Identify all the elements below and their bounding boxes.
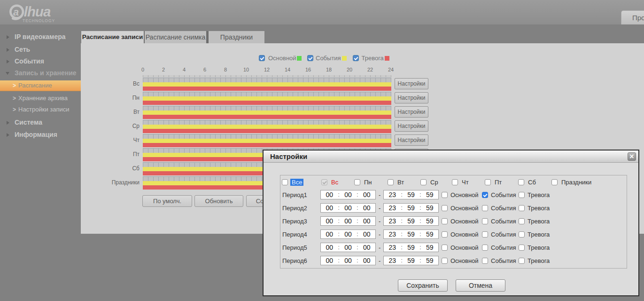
time-segment: 00 — [321, 257, 338, 264]
dialog-close-button[interactable]: × — [628, 152, 636, 161]
legend-checkbox-2[interactable] — [353, 55, 359, 61]
period-2-events-checkbox[interactable] — [482, 218, 488, 224]
time-segment: 59 — [421, 244, 438, 251]
sidebar-item-label: Сеть — [15, 44, 30, 55]
schedule-events-band — [143, 96, 391, 101]
period-1-start-time[interactable]: 00:00:00 — [320, 203, 376, 213]
schedule-alarm-band — [143, 87, 391, 91]
tab-1[interactable]: Расписание снимка — [145, 31, 206, 43]
refresh-button[interactable]: Обновить — [194, 195, 243, 207]
sidebar-item-label: Запись и хранение — [15, 68, 77, 78]
sidebar-subitem-0[interactable]: >Расписание — [0, 80, 81, 91]
period-0-main-checkbox[interactable] — [442, 192, 448, 198]
legend-color-swatch — [297, 56, 302, 61]
time-segment: 23 — [384, 257, 401, 264]
triangle-down-icon — [6, 72, 9, 75]
period-5-main-checkbox[interactable] — [442, 258, 448, 264]
triangle-right-icon — [7, 121, 9, 125]
period-5-alarm-label: Тревога — [528, 257, 550, 264]
dialog-day-checkbox-0[interactable] — [282, 179, 288, 185]
row-settings-button-2[interactable]: Настройки — [395, 106, 428, 118]
dialog-day-checkbox-8[interactable] — [551, 179, 558, 185]
legend-color-swatch — [342, 56, 347, 61]
dialog-day-checkbox-4[interactable] — [420, 179, 427, 185]
sidebar-subitem-1[interactable]: >Хранение архива — [0, 93, 81, 103]
header: a lhua TECHNOLOGY Просмотр — [0, 0, 644, 24]
period-2-start-time[interactable]: 00:00:00 — [320, 216, 376, 226]
period-4-end-time[interactable]: 23:59:59 — [383, 243, 439, 252]
dialog-day-checkbox-3[interactable] — [388, 179, 394, 185]
period-5-start-time[interactable]: 00:00:00 — [320, 256, 376, 265]
period-3-end-time[interactable]: 23:59:59 — [383, 230, 439, 239]
sidebar-item-label: Информация — [15, 129, 57, 140]
dialog-save-button[interactable]: Сохранить — [398, 279, 448, 292]
period-5-events-checkbox[interactable] — [482, 258, 488, 264]
time-segment: 00 — [358, 204, 375, 212]
period-2-end-time[interactable]: 23:59:59 — [383, 216, 439, 226]
period-5-end-time[interactable]: 23:59:59 — [383, 256, 439, 265]
period-1-end-time[interactable]: 23:59:59 — [383, 203, 439, 213]
dialog-cancel-button[interactable]: Отмена — [456, 279, 505, 292]
dialog-day-label: Чт — [462, 179, 469, 186]
nav-button-preview[interactable]: Просмотр — [621, 10, 644, 24]
dialog-day-checkbox-7[interactable] — [518, 179, 524, 185]
period-3-alarm-checkbox[interactable] — [519, 231, 525, 238]
period-1-main-checkbox[interactable] — [442, 205, 448, 211]
dialog-day-checkbox-2[interactable] — [354, 179, 360, 185]
legend-label: Тревога — [362, 55, 384, 62]
tab-2[interactable]: Праздники — [209, 31, 264, 43]
period-0-events-checkbox[interactable] — [482, 192, 488, 198]
period-4-events-checkbox[interactable] — [482, 245, 488, 251]
time-segment: 59 — [403, 230, 419, 238]
period-2-main-checkbox[interactable] — [442, 218, 448, 224]
dialog-day-label: Сб — [528, 179, 536, 186]
dialog-day-label: Пт — [495, 179, 502, 186]
row-settings-button-4[interactable]: Настройки — [395, 135, 428, 146]
dialog-day-checkbox-5[interactable] — [452, 179, 458, 185]
sidebar-item-1[interactable]: Сеть — [0, 44, 81, 55]
time-segment: 00 — [358, 191, 375, 198]
row-settings-button-3[interactable]: Настройки — [395, 120, 428, 132]
dialog-day-8: Праздники — [551, 179, 594, 186]
period-3-main-label: Основной — [450, 231, 479, 238]
time-segment: 59 — [403, 204, 419, 212]
default-button[interactable]: По умолч. — [142, 195, 192, 207]
period-4-alarm-checkbox[interactable] — [519, 245, 525, 251]
dialog-day-checkbox-6[interactable] — [485, 179, 491, 185]
period-0-start-time[interactable]: 00:00:00 — [320, 190, 376, 199]
legend-checkbox-0[interactable] — [259, 55, 265, 61]
sidebar-item-4[interactable]: Система — [0, 117, 81, 127]
time-segment: 23 — [384, 204, 401, 212]
sidebar-item-5[interactable]: Информация — [0, 129, 81, 140]
sidebar-item-3[interactable]: Запись и хранение — [0, 68, 81, 78]
period-5-alarm-checkbox[interactable] — [519, 258, 525, 264]
axis-hour-label: 20 — [343, 67, 356, 72]
sidebar-item-2[interactable]: События — [0, 56, 81, 66]
legend-label: Основной — [268, 55, 296, 62]
period-3-events-label: События — [491, 231, 516, 238]
sidebar-subitem-2[interactable]: >Настройки записи — [0, 104, 81, 115]
period-3-start-time[interactable]: 00:00:00 — [320, 230, 376, 239]
sidebar-item-0[interactable]: IP видеокамера — [0, 32, 81, 42]
axis-hour-label: 18 — [323, 67, 335, 72]
period-1-alarm-checkbox[interactable] — [519, 205, 525, 211]
period-3-events-checkbox[interactable] — [482, 231, 488, 238]
legend-checkbox-1[interactable] — [307, 55, 313, 61]
row-settings-button-0[interactable]: Настройки — [395, 78, 428, 89]
period-0-end-time[interactable]: 23:59:59 — [383, 190, 439, 199]
chevron-right-icon: > — [13, 104, 16, 115]
period-4-main-checkbox[interactable] — [442, 245, 448, 251]
period-3-main-checkbox[interactable] — [442, 231, 448, 238]
time-segment: 00 — [340, 230, 357, 238]
tab-0[interactable]: Расписание записи — [81, 31, 144, 43]
period-1-events-checkbox[interactable] — [482, 205, 488, 211]
period-2-alarm-checkbox[interactable] — [519, 218, 525, 224]
schedule-row-label: Вс — [85, 78, 140, 91]
period-0-alarm-checkbox[interactable] — [519, 192, 525, 198]
axis-hour-label: 16 — [302, 67, 314, 72]
sidebar-subitem-label: Настройки записи — [18, 104, 70, 115]
row-settings-button-1[interactable]: Настройки — [395, 92, 428, 103]
time-segment: 00 — [358, 217, 375, 225]
time-segment: 59 — [403, 191, 419, 198]
period-4-start-time[interactable]: 00:00:00 — [320, 243, 376, 252]
